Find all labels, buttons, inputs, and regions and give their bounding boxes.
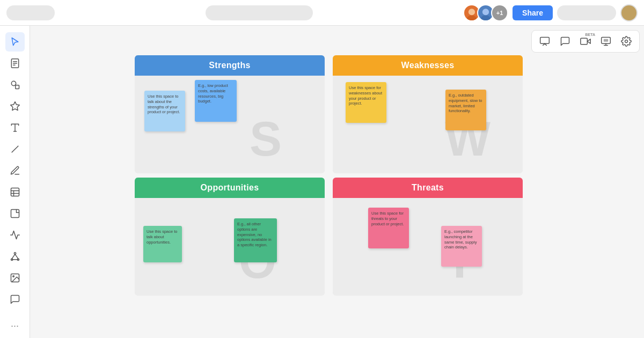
sidebar-item-table[interactable] bbox=[5, 182, 25, 202]
threats-sticky-1[interactable]: Use this space for threats to your produ… bbox=[368, 208, 409, 248]
threats-quadrant[interactable]: Threats T Use this space for threats to … bbox=[333, 178, 523, 296]
svg-point-1 bbox=[467, 15, 477, 21]
sidebar-more-icon[interactable]: ··· bbox=[11, 320, 19, 332]
sidebar-item-document[interactable] bbox=[5, 54, 25, 73]
beta-label: BETA bbox=[585, 33, 595, 36]
svg-point-34 bbox=[12, 276, 13, 277]
avatar-count: +1 bbox=[491, 4, 508, 21]
opportunities-header: Opportunities bbox=[135, 178, 325, 198]
opportunities-sticky-1-text: Use this space to talk about opportuniti… bbox=[147, 229, 179, 245]
sidebar-item-cursor[interactable] bbox=[5, 32, 25, 52]
svg-rect-10 bbox=[604, 39, 608, 42]
sidebar-item-image[interactable] bbox=[5, 268, 25, 288]
settings-icon[interactable] bbox=[618, 33, 635, 50]
weaknesses-body: W Use this space for weaknesses about yo… bbox=[333, 76, 523, 172]
opportunities-quadrant[interactable]: Opportunities O Use this space to talk a… bbox=[135, 178, 325, 296]
svg-point-16 bbox=[11, 81, 16, 85]
sidebar-item-shapes[interactable] bbox=[5, 75, 25, 94]
topbar: +1 Share bbox=[0, 0, 644, 26]
video-icon[interactable]: BETA bbox=[577, 33, 594, 50]
opportunities-sticky-1[interactable]: Use this space to talk about opportuniti… bbox=[143, 226, 182, 262]
strengths-sticky-1-text: Use this space to talk about the strengt… bbox=[148, 94, 182, 115]
svg-point-0 bbox=[469, 9, 475, 15]
threats-sticky-1-text: Use this space for threats to your produ… bbox=[371, 211, 406, 226]
strengths-sticky-1[interactable]: Use this space to talk about the strengt… bbox=[144, 91, 185, 131]
strengths-header: Strengths bbox=[135, 55, 325, 76]
topbar-search-pill[interactable] bbox=[557, 5, 616, 20]
sidebar-item-comment[interactable] bbox=[5, 290, 25, 309]
threats-body: T Use this space for threats to your pro… bbox=[333, 198, 523, 295]
weaknesses-sticky-1-text: Use this space for weaknesses about your… bbox=[349, 85, 383, 106]
threats-sticky-2-text: E.g., competitor launching at the same t… bbox=[444, 229, 479, 250]
share-button[interactable]: Share bbox=[513, 5, 553, 20]
opportunities-sticky-2[interactable]: E.g., all other options are expensive, n… bbox=[234, 218, 277, 262]
svg-marker-18 bbox=[10, 102, 19, 111]
topbar-main-avatar[interactable] bbox=[620, 4, 638, 21]
chat-icon[interactable] bbox=[557, 33, 574, 50]
weaknesses-sticky-1[interactable]: Use this space for weaknesses about your… bbox=[346, 82, 386, 123]
svg-rect-26 bbox=[11, 210, 19, 218]
weaknesses-sticky-2[interactable]: E.g., outdated equipment, slow to market… bbox=[445, 90, 486, 130]
strengths-sticky-2-text: E.g., low product costs, available resou… bbox=[198, 83, 233, 104]
svg-line-30 bbox=[12, 254, 15, 259]
svg-point-3 bbox=[481, 15, 491, 21]
topbar-right: +1 Share bbox=[463, 4, 638, 21]
opportunities-body: O Use this space to talk about opportuni… bbox=[135, 198, 325, 295]
svg-marker-5 bbox=[587, 39, 590, 43]
topbar-center-pill[interactable] bbox=[206, 5, 313, 20]
svg-point-11 bbox=[625, 40, 628, 43]
svg-rect-22 bbox=[11, 188, 19, 196]
sidebar-item-pen[interactable] bbox=[5, 161, 25, 180]
strengths-watermark: S bbox=[250, 112, 282, 167]
svg-rect-6 bbox=[581, 38, 588, 45]
topbar-left-pill[interactable] bbox=[6, 5, 55, 20]
threats-header: Threats bbox=[333, 178, 523, 198]
sidebar-item-text[interactable] bbox=[5, 118, 25, 137]
sidebar: ··· bbox=[0, 26, 30, 338]
svg-line-31 bbox=[15, 254, 18, 259]
sidebar-item-sticky[interactable] bbox=[5, 204, 25, 223]
strengths-body: S Use this space to talk about the stren… bbox=[135, 76, 325, 172]
svg-point-2 bbox=[482, 9, 489, 15]
sidebar-item-star[interactable] bbox=[5, 97, 25, 116]
weaknesses-header: Weaknesses bbox=[333, 55, 523, 76]
canvas: Strengths S Use this space to talk about… bbox=[30, 26, 644, 338]
svg-rect-17 bbox=[15, 85, 19, 89]
svg-line-21 bbox=[12, 146, 18, 152]
secondary-toolbar: BETA bbox=[531, 30, 640, 53]
weaknesses-sticky-2-text: E.g., outdated equipment, slow to market… bbox=[449, 93, 483, 114]
avatar-group: +1 bbox=[463, 4, 508, 21]
sidebar-item-line[interactable] bbox=[5, 139, 25, 159]
present-icon[interactable] bbox=[597, 33, 614, 50]
topbar-center bbox=[61, 5, 457, 20]
weaknesses-quadrant[interactable]: Weaknesses W Use this space for weakness… bbox=[333, 55, 523, 173]
threats-sticky-2[interactable]: E.g., competitor launching at the same t… bbox=[441, 226, 482, 267]
swot-grid: Strengths S Use this space to talk about… bbox=[135, 55, 526, 296]
sidebar-item-chart[interactable] bbox=[5, 225, 25, 245]
strengths-quadrant[interactable]: Strengths S Use this space to talk about… bbox=[135, 55, 325, 173]
svg-rect-4 bbox=[540, 38, 550, 44]
monitor-icon[interactable] bbox=[536, 33, 553, 50]
strengths-sticky-2[interactable]: E.g., low product costs, available resou… bbox=[195, 80, 237, 122]
opportunities-sticky-2-text: E.g., all other options are expensive, n… bbox=[237, 222, 274, 248]
sidebar-item-network[interactable] bbox=[5, 247, 25, 266]
